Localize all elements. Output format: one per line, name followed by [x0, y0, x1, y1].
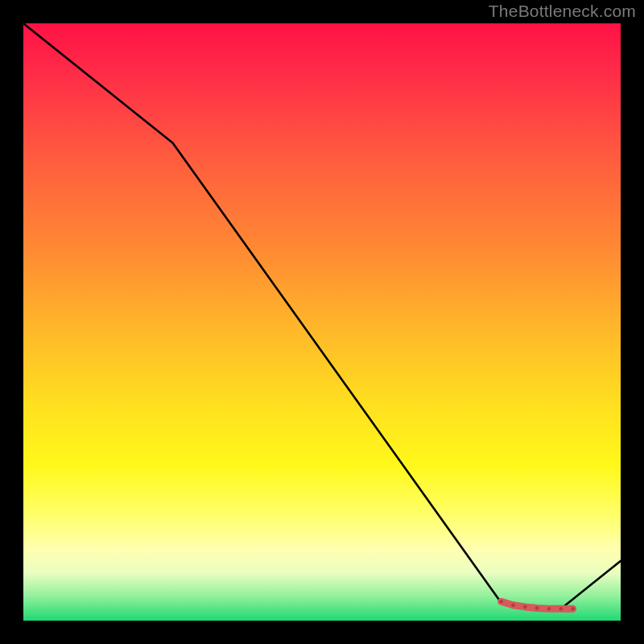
plot-area	[23, 23, 621, 621]
optimal-range-dot	[547, 607, 551, 611]
watermark-text: TheBottleneck.com	[489, 2, 636, 21]
optimal-range-dot	[523, 605, 527, 609]
optimal-range-dot	[571, 607, 575, 611]
optimal-range-dot	[559, 607, 564, 611]
optimal-range-dot	[535, 606, 539, 610]
optimal-range-dot	[499, 600, 503, 604]
optimal-range-marker	[499, 600, 575, 611]
chart-overlay-svg	[23, 23, 621, 621]
optimal-range-dot	[511, 603, 515, 607]
bottleneck-curve-line	[23, 23, 621, 609]
chart-frame: TheBottleneck.com	[0, 0, 644, 644]
